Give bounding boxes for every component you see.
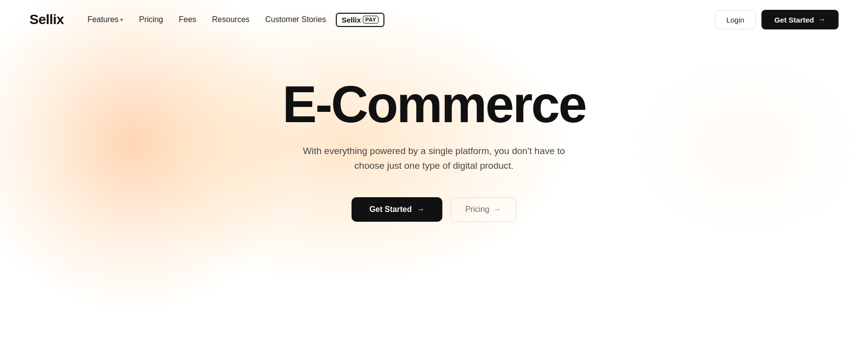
hero-title: E-Commerce [282,78,586,130]
hero-pricing-button[interactable]: Pricing → [450,197,516,222]
nav-pricing[interactable]: Pricing [133,11,169,28]
sellix-pay-nav-badge[interactable]: Sellix PAY [336,13,385,27]
nav-left: Sellix Features ▾ Pricing Fees Resources… [29,11,384,28]
nav-customer-stories[interactable]: Customer Stories [259,11,332,28]
chevron-down-icon: ▾ [120,17,123,23]
nav-features[interactable]: Features ▾ [81,11,129,28]
arrow-icon: → [417,205,425,214]
arrow-icon: → [493,205,501,214]
hero-subtitle: With everything powered by a single plat… [297,144,571,174]
brand-logo[interactable]: Sellix [29,12,64,27]
nav-right: Login Get Started → [715,10,839,29]
nav-resources[interactable]: Resources [206,11,255,28]
arrow-icon: → [818,15,826,24]
login-button[interactable]: Login [715,10,756,29]
nav-links: Features ▾ Pricing Fees Resources Custom… [81,11,384,28]
hero-buttons: Get Started → Pricing → [352,197,516,222]
nav-get-started-button[interactable]: Get Started → [761,10,839,29]
hero-get-started-button[interactable]: Get Started → [352,197,442,222]
nav-fees[interactable]: Fees [173,11,202,28]
navbar: Sellix Features ▾ Pricing Fees Resources… [0,0,868,39]
hero-section: E-Commerce With everything powered by a … [0,39,868,251]
